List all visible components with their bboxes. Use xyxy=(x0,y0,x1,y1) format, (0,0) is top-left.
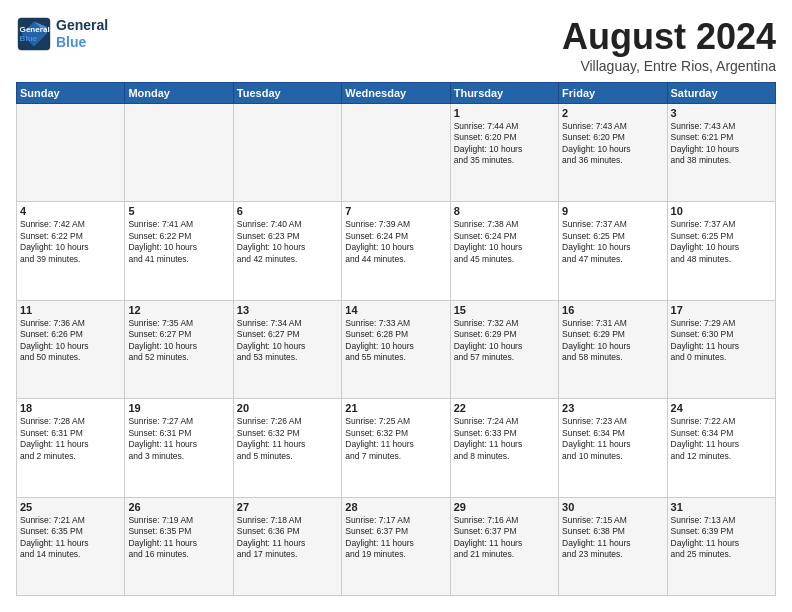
day-header-sunday: Sunday xyxy=(17,83,125,104)
cell-details: Sunrise: 7:34 AM Sunset: 6:27 PM Dayligh… xyxy=(237,318,338,364)
cell-details: Sunrise: 7:24 AM Sunset: 6:33 PM Dayligh… xyxy=(454,416,555,462)
day-number: 10 xyxy=(671,205,772,217)
day-number: 26 xyxy=(128,501,229,513)
cell-details: Sunrise: 7:15 AM Sunset: 6:38 PM Dayligh… xyxy=(562,515,663,561)
cell-details: Sunrise: 7:37 AM Sunset: 6:25 PM Dayligh… xyxy=(671,219,772,265)
calendar-cell: 2Sunrise: 7:43 AM Sunset: 6:20 PM Daylig… xyxy=(559,104,667,202)
day-number: 9 xyxy=(562,205,663,217)
day-number: 24 xyxy=(671,402,772,414)
week-row-4: 25Sunrise: 7:21 AM Sunset: 6:35 PM Dayli… xyxy=(17,497,776,595)
cell-details: Sunrise: 7:35 AM Sunset: 6:27 PM Dayligh… xyxy=(128,318,229,364)
calendar-cell: 21Sunrise: 7:25 AM Sunset: 6:32 PM Dayli… xyxy=(342,399,450,497)
day-number: 17 xyxy=(671,304,772,316)
calendar-cell: 30Sunrise: 7:15 AM Sunset: 6:38 PM Dayli… xyxy=(559,497,667,595)
cell-details: Sunrise: 7:25 AM Sunset: 6:32 PM Dayligh… xyxy=(345,416,446,462)
calendar-cell: 18Sunrise: 7:28 AM Sunset: 6:31 PM Dayli… xyxy=(17,399,125,497)
calendar-header: SundayMondayTuesdayWednesdayThursdayFrid… xyxy=(17,83,776,104)
calendar-cell: 23Sunrise: 7:23 AM Sunset: 6:34 PM Dayli… xyxy=(559,399,667,497)
day-number: 5 xyxy=(128,205,229,217)
subtitle: Villaguay, Entre Rios, Argentina xyxy=(562,58,776,74)
calendar-cell xyxy=(17,104,125,202)
day-number: 31 xyxy=(671,501,772,513)
calendar-cell: 20Sunrise: 7:26 AM Sunset: 6:32 PM Dayli… xyxy=(233,399,341,497)
calendar-cell: 1Sunrise: 7:44 AM Sunset: 6:20 PM Daylig… xyxy=(450,104,558,202)
calendar-cell: 19Sunrise: 7:27 AM Sunset: 6:31 PM Dayli… xyxy=(125,399,233,497)
cell-details: Sunrise: 7:19 AM Sunset: 6:35 PM Dayligh… xyxy=(128,515,229,561)
day-number: 19 xyxy=(128,402,229,414)
calendar-cell: 26Sunrise: 7:19 AM Sunset: 6:35 PM Dayli… xyxy=(125,497,233,595)
day-number: 11 xyxy=(20,304,121,316)
cell-details: Sunrise: 7:40 AM Sunset: 6:23 PM Dayligh… xyxy=(237,219,338,265)
cell-details: Sunrise: 7:42 AM Sunset: 6:22 PM Dayligh… xyxy=(20,219,121,265)
svg-text:General: General xyxy=(20,25,50,34)
calendar-cell: 31Sunrise: 7:13 AM Sunset: 6:39 PM Dayli… xyxy=(667,497,775,595)
cell-details: Sunrise: 7:22 AM Sunset: 6:34 PM Dayligh… xyxy=(671,416,772,462)
day-number: 18 xyxy=(20,402,121,414)
logo-icon: General Blue xyxy=(16,16,52,52)
day-number: 23 xyxy=(562,402,663,414)
calendar-cell: 22Sunrise: 7:24 AM Sunset: 6:33 PM Dayli… xyxy=(450,399,558,497)
calendar-cell: 11Sunrise: 7:36 AM Sunset: 6:26 PM Dayli… xyxy=(17,300,125,398)
cell-details: Sunrise: 7:31 AM Sunset: 6:29 PM Dayligh… xyxy=(562,318,663,364)
cell-details: Sunrise: 7:23 AM Sunset: 6:34 PM Dayligh… xyxy=(562,416,663,462)
cell-details: Sunrise: 7:39 AM Sunset: 6:24 PM Dayligh… xyxy=(345,219,446,265)
cell-details: Sunrise: 7:36 AM Sunset: 6:26 PM Dayligh… xyxy=(20,318,121,364)
cell-details: Sunrise: 7:27 AM Sunset: 6:31 PM Dayligh… xyxy=(128,416,229,462)
day-number: 7 xyxy=(345,205,446,217)
calendar-cell: 15Sunrise: 7:32 AM Sunset: 6:29 PM Dayli… xyxy=(450,300,558,398)
cell-details: Sunrise: 7:32 AM Sunset: 6:29 PM Dayligh… xyxy=(454,318,555,364)
cell-details: Sunrise: 7:33 AM Sunset: 6:28 PM Dayligh… xyxy=(345,318,446,364)
day-number: 27 xyxy=(237,501,338,513)
calendar-table: SundayMondayTuesdayWednesdayThursdayFrid… xyxy=(16,82,776,596)
calendar-cell: 29Sunrise: 7:16 AM Sunset: 6:37 PM Dayli… xyxy=(450,497,558,595)
week-row-0: 1Sunrise: 7:44 AM Sunset: 6:20 PM Daylig… xyxy=(17,104,776,202)
day-number: 29 xyxy=(454,501,555,513)
cell-details: Sunrise: 7:21 AM Sunset: 6:35 PM Dayligh… xyxy=(20,515,121,561)
cell-details: Sunrise: 7:38 AM Sunset: 6:24 PM Dayligh… xyxy=(454,219,555,265)
logo-text-blue: Blue xyxy=(56,34,108,51)
cell-details: Sunrise: 7:16 AM Sunset: 6:37 PM Dayligh… xyxy=(454,515,555,561)
day-header-monday: Monday xyxy=(125,83,233,104)
calendar-cell: 14Sunrise: 7:33 AM Sunset: 6:28 PM Dayli… xyxy=(342,300,450,398)
day-number: 16 xyxy=(562,304,663,316)
day-number: 12 xyxy=(128,304,229,316)
day-number: 25 xyxy=(20,501,121,513)
calendar-cell xyxy=(125,104,233,202)
day-number: 6 xyxy=(237,205,338,217)
day-number: 4 xyxy=(20,205,121,217)
header-row: SundayMondayTuesdayWednesdayThursdayFrid… xyxy=(17,83,776,104)
calendar-cell: 7Sunrise: 7:39 AM Sunset: 6:24 PM Daylig… xyxy=(342,202,450,300)
title-section: August 2024 Villaguay, Entre Rios, Argen… xyxy=(562,16,776,74)
calendar-cell: 3Sunrise: 7:43 AM Sunset: 6:21 PM Daylig… xyxy=(667,104,775,202)
main-title: August 2024 xyxy=(562,16,776,58)
cell-details: Sunrise: 7:44 AM Sunset: 6:20 PM Dayligh… xyxy=(454,121,555,167)
day-number: 30 xyxy=(562,501,663,513)
logo: General Blue General Blue xyxy=(16,16,108,52)
page: General Blue General Blue August 2024 Vi… xyxy=(0,0,792,612)
week-row-1: 4Sunrise: 7:42 AM Sunset: 6:22 PM Daylig… xyxy=(17,202,776,300)
day-header-friday: Friday xyxy=(559,83,667,104)
day-number: 22 xyxy=(454,402,555,414)
day-number: 28 xyxy=(345,501,446,513)
calendar-cell: 17Sunrise: 7:29 AM Sunset: 6:30 PM Dayli… xyxy=(667,300,775,398)
calendar-body: 1Sunrise: 7:44 AM Sunset: 6:20 PM Daylig… xyxy=(17,104,776,596)
cell-details: Sunrise: 7:26 AM Sunset: 6:32 PM Dayligh… xyxy=(237,416,338,462)
day-number: 15 xyxy=(454,304,555,316)
cell-details: Sunrise: 7:13 AM Sunset: 6:39 PM Dayligh… xyxy=(671,515,772,561)
calendar-cell xyxy=(233,104,341,202)
day-number: 2 xyxy=(562,107,663,119)
day-header-tuesday: Tuesday xyxy=(233,83,341,104)
week-row-3: 18Sunrise: 7:28 AM Sunset: 6:31 PM Dayli… xyxy=(17,399,776,497)
calendar-cell: 28Sunrise: 7:17 AM Sunset: 6:37 PM Dayli… xyxy=(342,497,450,595)
calendar-cell xyxy=(342,104,450,202)
day-header-thursday: Thursday xyxy=(450,83,558,104)
cell-details: Sunrise: 7:37 AM Sunset: 6:25 PM Dayligh… xyxy=(562,219,663,265)
cell-details: Sunrise: 7:28 AM Sunset: 6:31 PM Dayligh… xyxy=(20,416,121,462)
calendar-cell: 27Sunrise: 7:18 AM Sunset: 6:36 PM Dayli… xyxy=(233,497,341,595)
week-row-2: 11Sunrise: 7:36 AM Sunset: 6:26 PM Dayli… xyxy=(17,300,776,398)
cell-details: Sunrise: 7:41 AM Sunset: 6:22 PM Dayligh… xyxy=(128,219,229,265)
cell-details: Sunrise: 7:43 AM Sunset: 6:20 PM Dayligh… xyxy=(562,121,663,167)
day-number: 8 xyxy=(454,205,555,217)
logo-text-general: General xyxy=(56,17,108,34)
cell-details: Sunrise: 7:29 AM Sunset: 6:30 PM Dayligh… xyxy=(671,318,772,364)
